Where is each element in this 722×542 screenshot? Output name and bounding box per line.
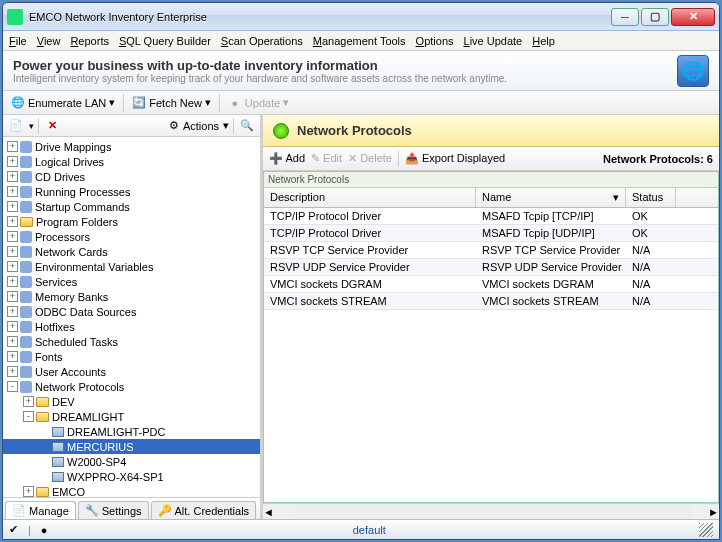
- expander-icon[interactable]: +: [7, 216, 18, 227]
- tree-item-dreamlight-pdc[interactable]: DREAMLIGHT-PDC: [3, 424, 260, 439]
- search-button[interactable]: 🔍: [238, 117, 256, 135]
- tree-item-services[interactable]: +Services: [3, 274, 260, 289]
- panel-header: Network Protocols: [263, 115, 719, 147]
- scroll-left-icon[interactable]: ◄: [263, 506, 274, 518]
- menu-options[interactable]: Options: [416, 35, 454, 47]
- banner-subtitle: Intelligent inventory system for keeping…: [13, 73, 677, 84]
- tab-alt-credentials[interactable]: 🔑Alt. Credentials: [151, 501, 257, 519]
- col-description[interactable]: Description: [264, 188, 476, 207]
- expander-icon[interactable]: +: [7, 171, 18, 182]
- tree-item-network-protocols[interactable]: -Network Protocols: [3, 379, 260, 394]
- export-button[interactable]: 📤 Export Displayed: [405, 152, 505, 165]
- expander-icon[interactable]: +: [7, 291, 18, 302]
- expander-icon[interactable]: +: [7, 336, 18, 347]
- tree-item-emco[interactable]: +EMCO: [3, 484, 260, 497]
- expander-icon[interactable]: -: [7, 381, 18, 392]
- scroll-right-icon[interactable]: ►: [708, 506, 719, 518]
- tree-item-user-accounts[interactable]: +User Accounts: [3, 364, 260, 379]
- tree-item-program-folders[interactable]: +Program Folders: [3, 214, 260, 229]
- table-row[interactable]: RSVP UDP Service ProviderRSVP UDP Servic…: [264, 259, 718, 276]
- menu-management-tools[interactable]: Management Tools: [313, 35, 406, 47]
- tree-item-dreamlight[interactable]: -DREAMLIGHT: [3, 409, 260, 424]
- status-icon-2: ●: [41, 524, 48, 536]
- menu-help[interactable]: Help: [532, 35, 555, 47]
- table-row[interactable]: TCP/IP Protocol DriverMSAFD Tcpip [TCP/I…: [264, 208, 718, 225]
- expander-icon[interactable]: +: [7, 246, 18, 257]
- expander-icon[interactable]: +: [7, 306, 18, 317]
- menu-live-update[interactable]: Live Update: [464, 35, 523, 47]
- tree-item-processors[interactable]: +Processors: [3, 229, 260, 244]
- enumerate-lan-button[interactable]: 🌐 Enumerate LAN ▾: [7, 94, 119, 112]
- delete-node-button[interactable]: ✕: [43, 117, 61, 135]
- edit-icon: ✎: [311, 152, 320, 164]
- tree-item-scheduled-tasks[interactable]: +Scheduled Tasks: [3, 334, 260, 349]
- tree-item-drive-mappings[interactable]: +Drive Mappings: [3, 139, 260, 154]
- tree-item-cd-drives[interactable]: +CD Drives: [3, 169, 260, 184]
- expander-icon[interactable]: +: [7, 231, 18, 242]
- tree-toolbar: 📄 ▾ ✕ ⚙ Actions ▾ 🔍: [3, 115, 260, 137]
- app-icon: [7, 9, 23, 25]
- expander-icon[interactable]: +: [7, 366, 18, 377]
- chevron-down-icon: ▾: [109, 96, 115, 109]
- titlebar[interactable]: EMCO Network Inventory Enterprise ─ ▢ ✕: [3, 3, 719, 31]
- expander-icon[interactable]: +: [7, 276, 18, 287]
- tab-manage[interactable]: 📄Manage: [5, 501, 76, 519]
- tree-item-hotfixes[interactable]: +Hotfixes: [3, 319, 260, 334]
- maximize-button[interactable]: ▢: [641, 8, 669, 26]
- menubar[interactable]: FileViewReportsSQL Query BuilderScan Ope…: [3, 31, 719, 51]
- expander-icon[interactable]: +: [23, 396, 34, 407]
- item-icon: [20, 336, 32, 348]
- app-window: EMCO Network Inventory Enterprise ─ ▢ ✕ …: [2, 2, 720, 540]
- tree-item-odbc-data-sources[interactable]: +ODBC Data Sources: [3, 304, 260, 319]
- actions-button[interactable]: Actions: [183, 120, 219, 132]
- tree-item-dev[interactable]: +DEV: [3, 394, 260, 409]
- table-row[interactable]: VMCI sockets STREAMVMCI sockets STREAMN/…: [264, 293, 718, 310]
- table-row[interactable]: TCP/IP Protocol DriverMSAFD Tcpip [UDP/I…: [264, 225, 718, 242]
- tree-item-wxppro-x64-sp1[interactable]: WXPPRO-X64-SP1: [3, 469, 260, 484]
- tab-settings[interactable]: 🔧Settings: [78, 501, 149, 519]
- grid-header[interactable]: Description Name ▾ Status: [264, 188, 718, 208]
- group-header[interactable]: Network Protocols: [264, 172, 718, 188]
- expander-icon[interactable]: +: [7, 141, 18, 152]
- tree-item-network-cards[interactable]: +Network Cards: [3, 244, 260, 259]
- expander-icon[interactable]: +: [7, 321, 18, 332]
- add-button[interactable]: ➕ Add: [269, 152, 305, 165]
- col-name[interactable]: Name ▾: [476, 188, 626, 207]
- chevron-down-icon: ▾: [205, 96, 211, 109]
- nav-tree[interactable]: +Drive Mappings+Logical Drives+CD Drives…: [3, 137, 260, 497]
- menu-sql-query-builder[interactable]: SQL Query Builder: [119, 35, 211, 47]
- tree-item-logical-drives[interactable]: +Logical Drives: [3, 154, 260, 169]
- tree-item-running-processes[interactable]: +Running Processes: [3, 184, 260, 199]
- tree-item-mercurius[interactable]: MERCURIUS: [3, 439, 260, 454]
- menu-view[interactable]: View: [37, 35, 61, 47]
- table-row[interactable]: RSVP TCP Service ProviderRSVP TCP Servic…: [264, 242, 718, 259]
- resize-grip[interactable]: [699, 523, 713, 537]
- expander-icon[interactable]: +: [7, 261, 18, 272]
- expander-icon[interactable]: +: [7, 351, 18, 362]
- expander-icon[interactable]: +: [7, 186, 18, 197]
- expander-icon[interactable]: +: [23, 486, 34, 497]
- data-grid[interactable]: Network Protocols Description Name ▾ Sta…: [263, 171, 719, 503]
- menu-reports[interactable]: Reports: [70, 35, 109, 47]
- tree-item-w2000-sp4[interactable]: W2000-SP4: [3, 454, 260, 469]
- statusbar: ✔ | ● default: [3, 519, 719, 539]
- table-row[interactable]: VMCI sockets DGRAMVMCI sockets DGRAMN/A: [264, 276, 718, 293]
- tree-item-memory-banks[interactable]: +Memory Banks: [3, 289, 260, 304]
- col-status[interactable]: Status: [626, 188, 676, 207]
- expander-icon[interactable]: -: [23, 411, 34, 422]
- horizontal-scrollbar[interactable]: ◄ ►: [263, 503, 719, 519]
- fetch-new-button[interactable]: 🔄 Fetch New ▾: [128, 94, 215, 112]
- tree-item-fonts[interactable]: +Fonts: [3, 349, 260, 364]
- minimize-button[interactable]: ─: [611, 8, 639, 26]
- tree-item-environmental-variables[interactable]: +Environmental Variables: [3, 259, 260, 274]
- item-icon: [20, 156, 32, 168]
- tree-label: Network Cards: [35, 246, 108, 258]
- tree-item-startup-commands[interactable]: +Startup Commands: [3, 199, 260, 214]
- expander-icon[interactable]: +: [7, 156, 18, 167]
- menu-scan-operations[interactable]: Scan Operations: [221, 35, 303, 47]
- menu-file[interactable]: File: [9, 35, 27, 47]
- new-node-button[interactable]: 📄: [7, 117, 25, 135]
- expander-icon[interactable]: +: [7, 201, 18, 212]
- close-button[interactable]: ✕: [671, 8, 715, 26]
- globe-icon: 🌐: [11, 96, 25, 110]
